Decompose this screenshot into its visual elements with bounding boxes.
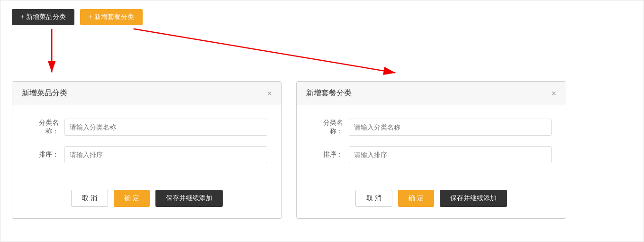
dish-sort-input[interactable] [64,146,267,163]
add-combo-category-button[interactable]: + 新增套餐分类 [80,9,143,25]
dish-save-continue-button[interactable]: 保存并继续添加 [155,190,223,207]
combo-name-row: 分类名称： [311,119,552,136]
combo-save-continue-button[interactable]: 保存并继续添加 [440,190,507,207]
dish-sort-label: 排序： [27,150,64,159]
dish-dialog-header: 新增菜品分类 × [12,82,281,105]
combo-dialog-body: 分类名称： 排序： [297,105,566,185]
combo-dialog-footer: 取 消 确 定 保存并继续添加 [297,185,566,218]
add-combo-dialog: 新增套餐分类 × 分类名称： 排序： 取 消 确 定 保存并继续添加 [296,81,566,219]
dish-dialog-body: 分类名称： 排序： [12,105,281,185]
combo-cancel-button[interactable]: 取 消 [355,190,392,207]
dish-dialog-title: 新增菜品分类 [22,88,67,98]
combo-confirm-button[interactable]: 确 定 [398,190,434,207]
combo-sort-row: 排序： [311,146,552,163]
combo-sort-input[interactable] [349,146,552,163]
combo-dialog-header: 新增套餐分类 × [297,82,566,105]
dish-name-label: 分类名称： [27,119,64,136]
add-dish-dialog: 新增菜品分类 × 分类名称： 排序： 取 消 确 定 保存并继续添加 [12,81,282,219]
dish-name-row: 分类名称： [27,119,267,136]
combo-name-label: 分类名称： [311,119,349,136]
dish-dialog-close-button[interactable]: × [267,89,272,98]
dish-dialog-footer: 取 消 确 定 保存并继续添加 [12,185,281,218]
dish-name-input[interactable] [64,119,267,136]
combo-name-input[interactable] [349,119,552,136]
combo-sort-label: 排序： [311,150,349,159]
combo-dialog-title: 新增套餐分类 [306,88,352,98]
svg-line-3 [134,29,396,73]
dish-sort-row: 排序： [27,146,267,163]
dish-confirm-button[interactable]: 确 定 [114,190,150,207]
combo-dialog-close-button[interactable]: × [551,89,556,98]
add-dish-category-button[interactable]: + 新增菜品分类 [12,9,74,25]
dish-cancel-button[interactable]: 取 消 [71,190,108,207]
